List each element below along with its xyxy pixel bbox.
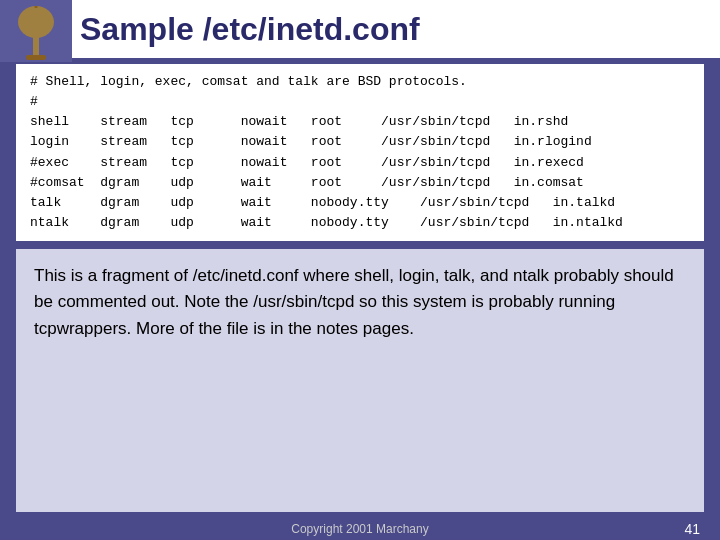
footer-page-number: 41 [684,521,700,537]
svg-point-1 [18,6,54,38]
code-line-6: #comsat dgram udp wait root /usr/sbin/tc… [30,173,690,193]
shovel-icon [0,0,72,62]
slide-title: Sample /etc/inetd.conf [80,11,420,48]
footer: Copyright 2001 Marchany 41 [0,518,720,540]
code-line-3: shell stream tcp nowait root /usr/sbin/t… [30,112,690,132]
svg-rect-2 [33,36,39,58]
code-line-4: login stream tcp nowait root /usr/sbin/t… [30,132,690,152]
description-text: This is a fragment of /etc/inetd.conf wh… [34,266,674,338]
code-line-7: talk dgram udp wait nobody.tty /usr/sbin… [30,193,690,213]
footer-copyright: Copyright 2001 Marchany [291,522,428,536]
title-bar: Sample /etc/inetd.conf [0,0,720,58]
code-line-8: ntalk dgram udp wait nobody.tty /usr/sbi… [30,213,690,233]
content-area: # Shell, login, exec, comsat and talk ar… [0,58,720,518]
slide-container: Sample /etc/inetd.conf # Shell, login, e… [0,0,720,540]
code-line-5: #exec stream tcp nowait root /usr/sbin/t… [30,153,690,173]
description-block: This is a fragment of /etc/inetd.conf wh… [16,249,704,512]
code-block: # Shell, login, exec, comsat and talk ar… [16,64,704,241]
code-line-2: # [30,92,690,112]
code-line-1: # Shell, login, exec, comsat and talk ar… [30,72,690,92]
svg-rect-3 [26,55,46,60]
